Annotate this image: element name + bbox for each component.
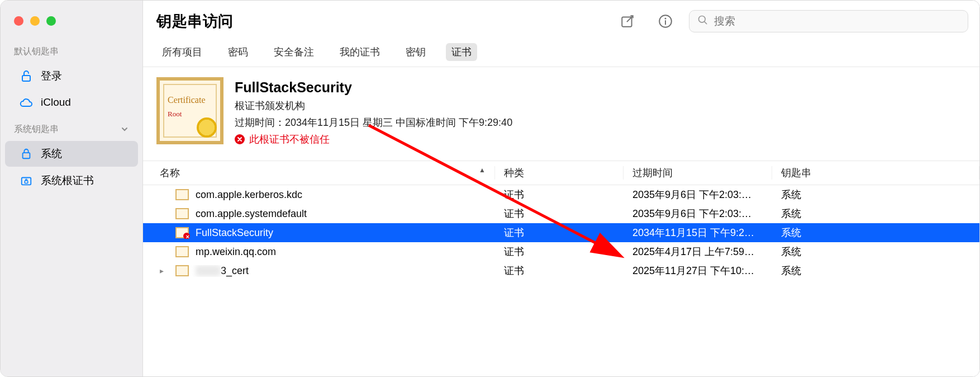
- certificate-trust-warning: 此根证书不被信任: [235, 133, 512, 146]
- column-keychain[interactable]: 钥匙串: [772, 166, 979, 180]
- warning-text: 此根证书不被信任: [249, 133, 330, 146]
- svg-point-6: [665, 18, 667, 20]
- sidebar-section-label: 系统钥匙串: [14, 124, 59, 135]
- close-button[interactable]: [14, 16, 23, 26]
- error-icon: [235, 134, 245, 144]
- sidebar: 默认钥匙串 登录 iCloud 系统钥匙串 系统: [1, 1, 143, 376]
- sidebar-item-icloud[interactable]: iCloud: [5, 90, 138, 115]
- sidebar-item-system-roots[interactable]: 系统根证书: [5, 168, 138, 194]
- sidebar-item-label: 系统根证书: [41, 173, 94, 188]
- sidebar-item-login[interactable]: 登录: [5, 63, 138, 89]
- column-expiry[interactable]: 过期时间: [624, 166, 772, 180]
- certificate-detail-panel: Certificate Root FullStackSecurity 根证书颁发…: [143, 67, 979, 161]
- table-row[interactable]: com.apple.kerberos.kdc 证书 2035年9月6日 下午2:…: [143, 185, 979, 204]
- certificate-untrusted-icon: [175, 227, 189, 238]
- sidebar-item-label: 系统: [41, 147, 62, 161]
- certificate-icon: [175, 189, 189, 200]
- table-header: 名称 ▲ 种类 过期时间 钥匙串: [143, 161, 979, 185]
- certificate-expiry: 过期时间：2034年11月15日 星期三 中国标准时间 下午9:29:40: [235, 116, 512, 129]
- sort-ascending-icon: ▲: [479, 166, 486, 174]
- main-content: 钥匙串访问 所有项目 密码 安全备注 我的证书 密钥 证书: [143, 1, 979, 376]
- sidebar-section-label: 默认钥匙串: [14, 46, 59, 58]
- column-name[interactable]: 名称 ▲: [143, 166, 495, 180]
- table-row[interactable]: mp.weixin.qq.com 证书 2025年4月17日 上午7:59… 系…: [143, 242, 979, 261]
- info-button[interactable]: [651, 10, 680, 32]
- category-tabs: 所有项目 密码 安全备注 我的证书 密钥 证书: [143, 42, 979, 67]
- certificate-large-icon: Certificate Root: [156, 77, 223, 144]
- certificate-name: FullStackSecurity: [235, 79, 512, 96]
- table-body: com.apple.kerberos.kdc 证书 2035年9月6日 下午2:…: [143, 185, 979, 280]
- tab-all-items[interactable]: 所有项目: [156, 43, 208, 61]
- certificate-table: 名称 ▲ 种类 过期时间 钥匙串 com.apple.kerberos.kdc …: [143, 161, 979, 376]
- sidebar-item-system[interactable]: 系统: [5, 141, 138, 167]
- search-field[interactable]: [689, 10, 968, 32]
- toolbar: 钥匙串访问: [143, 1, 979, 42]
- window-controls: [1, 10, 142, 38]
- svg-rect-0: [22, 76, 30, 81]
- window-title: 钥匙串访问: [154, 11, 234, 31]
- chevron-down-icon: [120, 125, 130, 135]
- certificate-icon: [175, 265, 189, 276]
- table-row[interactable]: FullStackSecurity 证书 2034年11月15日 下午9:2… …: [143, 223, 979, 242]
- tab-passwords[interactable]: 密码: [222, 43, 254, 61]
- certificate-detail-text: FullStackSecurity 根证书颁发机构 过期时间：2034年11月1…: [235, 77, 512, 146]
- table-row[interactable]: ▸xxxxx3_cert 证书 2025年11月27日 下午10:… 系统: [143, 261, 979, 280]
- lock-icon: [20, 147, 33, 161]
- minimize-button[interactable]: [30, 16, 40, 26]
- sidebar-section-default: 默认钥匙串: [1, 38, 142, 62]
- sidebar-item-label: iCloud: [41, 96, 71, 109]
- keychain-window: 默认钥匙串 登录 iCloud 系统钥匙串 系统: [0, 0, 980, 377]
- svg-rect-2: [22, 178, 31, 185]
- certificate-icon: [175, 208, 189, 219]
- compose-button[interactable]: [613, 10, 642, 32]
- tab-secure-notes[interactable]: 安全备注: [268, 43, 320, 61]
- search-icon: [697, 15, 708, 28]
- certificate-icon: [175, 246, 189, 257]
- cloud-icon: [20, 96, 33, 109]
- unlock-icon: [20, 69, 33, 83]
- tab-certificates[interactable]: 证书: [446, 43, 477, 61]
- disclosure-triangle-icon[interactable]: ▸: [160, 266, 169, 275]
- search-input[interactable]: [714, 15, 960, 27]
- svg-rect-1: [23, 153, 30, 158]
- svg-rect-3: [25, 181, 28, 183]
- table-row[interactable]: com.apple.systemdefault 证书 2035年9月6日 下午2…: [143, 204, 979, 223]
- tab-keys[interactable]: 密钥: [400, 43, 431, 61]
- certificate-issuer: 根证书颁发机构: [235, 99, 512, 112]
- sidebar-section-system[interactable]: 系统钥匙串: [1, 116, 142, 140]
- sidebar-item-label: 登录: [41, 69, 62, 83]
- archive-lock-icon: [20, 174, 33, 187]
- tab-my-certificates[interactable]: 我的证书: [334, 43, 386, 61]
- column-kind[interactable]: 种类: [495, 166, 624, 180]
- zoom-button[interactable]: [46, 16, 56, 26]
